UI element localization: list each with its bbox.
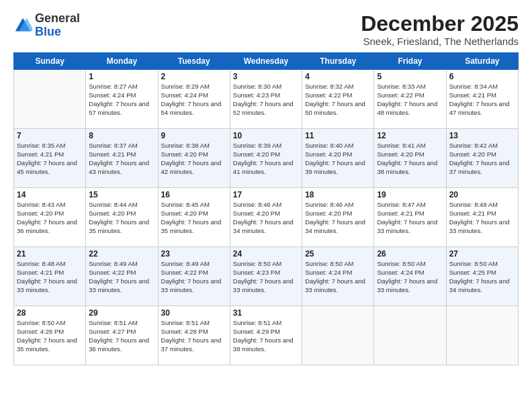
calendar-cell: 16Sunrise: 8:45 AMSunset: 4:20 PMDayligh… (158, 188, 230, 247)
calendar-cell: 20Sunrise: 8:48 AMSunset: 4:21 PMDayligh… (446, 188, 518, 247)
calendar-cell (14, 70, 86, 129)
calendar-cell: 3Sunrise: 8:30 AMSunset: 4:23 PMDaylight… (230, 70, 302, 129)
day-number: 8 (89, 131, 154, 140)
logo-blue: Blue (35, 26, 80, 39)
day-number: 2 (161, 72, 227, 81)
calendar-week: 21Sunrise: 8:48 AMSunset: 4:21 PMDayligh… (14, 247, 519, 306)
header-row: SundayMondayTuesdayWednesdayThursdayFrid… (14, 53, 519, 70)
cell-info: Sunrise: 8:29 AMSunset: 4:24 PMDaylight:… (161, 83, 227, 117)
day-number: 18 (305, 190, 371, 199)
calendar-week: 1Sunrise: 8:27 AMSunset: 4:24 PMDaylight… (14, 70, 519, 129)
header-day: Wednesday (230, 53, 302, 70)
calendar-cell: 27Sunrise: 8:50 AMSunset: 4:25 PMDayligh… (446, 247, 518, 306)
calendar-cell: 24Sunrise: 8:50 AMSunset: 4:23 PMDayligh… (230, 247, 302, 306)
calendar-cell: 10Sunrise: 8:39 AMSunset: 4:20 PMDayligh… (230, 129, 302, 188)
cell-info: Sunrise: 8:49 AMSunset: 4:22 PMDaylight:… (161, 260, 227, 294)
calendar-cell: 29Sunrise: 8:51 AMSunset: 4:27 PMDayligh… (86, 306, 158, 365)
calendar-cell: 26Sunrise: 8:50 AMSunset: 4:24 PMDayligh… (374, 247, 446, 306)
calendar-cell (302, 306, 374, 365)
calendar-cell: 2Sunrise: 8:29 AMSunset: 4:24 PMDaylight… (158, 70, 230, 129)
header-day: Sunday (14, 53, 86, 70)
day-number: 25 (305, 249, 371, 259)
day-number: 17 (233, 190, 299, 199)
day-number: 22 (89, 249, 154, 259)
day-number: 13 (449, 131, 515, 140)
location: Sneek, Friesland, The Netherlands (361, 36, 519, 47)
calendar-cell: 30Sunrise: 8:51 AMSunset: 4:28 PMDayligh… (158, 306, 230, 365)
calendar-cell (446, 306, 518, 365)
cell-info: Sunrise: 8:48 AMSunset: 4:21 PMDaylight:… (449, 201, 515, 235)
day-number: 27 (449, 249, 515, 259)
cell-info: Sunrise: 8:39 AMSunset: 4:20 PMDaylight:… (233, 142, 299, 176)
cell-info: Sunrise: 8:38 AMSunset: 4:20 PMDaylight:… (161, 142, 227, 176)
cell-info: Sunrise: 8:50 AMSunset: 4:24 PMDaylight:… (377, 260, 443, 294)
day-number: 23 (161, 249, 227, 259)
cell-info: Sunrise: 8:47 AMSunset: 4:21 PMDaylight:… (377, 201, 443, 235)
cell-info: Sunrise: 8:48 AMSunset: 4:21 PMDaylight:… (17, 260, 83, 294)
cell-info: Sunrise: 8:32 AMSunset: 4:22 PMDaylight:… (305, 83, 371, 117)
day-number: 14 (17, 190, 83, 199)
cell-info: Sunrise: 8:50 AMSunset: 4:24 PMDaylight:… (305, 260, 371, 294)
header: General Blue December 2025 Sneek, Friesl… (13, 12, 519, 47)
calendar-cell: 23Sunrise: 8:49 AMSunset: 4:22 PMDayligh… (158, 247, 230, 306)
cell-info: Sunrise: 8:41 AMSunset: 4:20 PMDaylight:… (377, 142, 443, 176)
calendar-cell: 9Sunrise: 8:38 AMSunset: 4:20 PMDaylight… (158, 129, 230, 188)
header-day: Saturday (446, 53, 518, 70)
cell-info: Sunrise: 8:49 AMSunset: 4:22 PMDaylight:… (89, 260, 154, 294)
cell-info: Sunrise: 8:46 AMSunset: 4:20 PMDaylight:… (305, 201, 371, 235)
calendar-cell: 14Sunrise: 8:43 AMSunset: 4:20 PMDayligh… (14, 188, 86, 247)
day-number: 31 (233, 308, 299, 318)
calendar-week: 28Sunrise: 8:50 AMSunset: 4:26 PMDayligh… (14, 306, 519, 365)
title-block: December 2025 Sneek, Friesland, The Neth… (361, 12, 519, 47)
cell-info: Sunrise: 8:30 AMSunset: 4:23 PMDaylight:… (233, 83, 299, 117)
day-number: 3 (233, 72, 299, 81)
calendar: SundayMondayTuesdayWednesdayThursdayFrid… (13, 52, 519, 365)
calendar-cell: 4Sunrise: 8:32 AMSunset: 4:22 PMDaylight… (302, 70, 374, 129)
calendar-cell: 8Sunrise: 8:37 AMSunset: 4:21 PMDaylight… (86, 129, 158, 188)
cell-info: Sunrise: 8:44 AMSunset: 4:20 PMDaylight:… (89, 201, 154, 235)
cell-info: Sunrise: 8:27 AMSunset: 4:24 PMDaylight:… (89, 83, 154, 117)
calendar-cell: 17Sunrise: 8:46 AMSunset: 4:20 PMDayligh… (230, 188, 302, 247)
day-number: 10 (233, 131, 299, 140)
day-number: 4 (305, 72, 371, 81)
day-number: 28 (17, 308, 83, 318)
day-number: 12 (377, 131, 443, 140)
logo-text: General Blue (35, 12, 80, 39)
calendar-cell (374, 306, 446, 365)
month-title: December 2025 (361, 12, 519, 36)
day-number: 24 (233, 249, 299, 259)
logo-icon (13, 16, 32, 35)
day-number: 9 (161, 131, 227, 140)
calendar-cell: 31Sunrise: 8:51 AMSunset: 4:29 PMDayligh… (230, 306, 302, 365)
calendar-cell: 7Sunrise: 8:35 AMSunset: 4:21 PMDaylight… (14, 129, 86, 188)
day-number: 20 (449, 190, 515, 199)
calendar-week: 7Sunrise: 8:35 AMSunset: 4:21 PMDaylight… (14, 129, 519, 188)
day-number: 21 (17, 249, 83, 259)
calendar-cell: 25Sunrise: 8:50 AMSunset: 4:24 PMDayligh… (302, 247, 374, 306)
calendar-cell: 5Sunrise: 8:33 AMSunset: 4:22 PMDaylight… (374, 70, 446, 129)
cell-info: Sunrise: 8:33 AMSunset: 4:22 PMDaylight:… (377, 83, 443, 117)
day-number: 30 (161, 308, 227, 318)
calendar-cell: 15Sunrise: 8:44 AMSunset: 4:20 PMDayligh… (86, 188, 158, 247)
calendar-cell: 22Sunrise: 8:49 AMSunset: 4:22 PMDayligh… (86, 247, 158, 306)
day-number: 26 (377, 249, 443, 259)
calendar-week: 14Sunrise: 8:43 AMSunset: 4:20 PMDayligh… (14, 188, 519, 247)
day-number: 29 (89, 308, 154, 318)
calendar-cell: 11Sunrise: 8:40 AMSunset: 4:20 PMDayligh… (302, 129, 374, 188)
day-number: 6 (449, 72, 515, 81)
calendar-cell: 21Sunrise: 8:48 AMSunset: 4:21 PMDayligh… (14, 247, 86, 306)
cell-info: Sunrise: 8:51 AMSunset: 4:28 PMDaylight:… (161, 319, 227, 353)
cell-info: Sunrise: 8:50 AMSunset: 4:25 PMDaylight:… (449, 260, 515, 294)
header-day: Thursday (302, 53, 374, 70)
day-number: 19 (377, 190, 443, 199)
cell-info: Sunrise: 8:51 AMSunset: 4:27 PMDaylight:… (89, 319, 154, 353)
day-number: 1 (89, 72, 154, 81)
cell-info: Sunrise: 8:50 AMSunset: 4:26 PMDaylight:… (17, 319, 83, 353)
cell-info: Sunrise: 8:37 AMSunset: 4:21 PMDaylight:… (89, 142, 154, 176)
page: General Blue December 2025 Sneek, Friesl… (0, 0, 532, 411)
day-number: 11 (305, 131, 371, 140)
cell-info: Sunrise: 8:43 AMSunset: 4:20 PMDaylight:… (17, 201, 83, 235)
calendar-cell: 12Sunrise: 8:41 AMSunset: 4:20 PMDayligh… (374, 129, 446, 188)
header-day: Friday (374, 53, 446, 70)
logo: General Blue (13, 12, 80, 39)
